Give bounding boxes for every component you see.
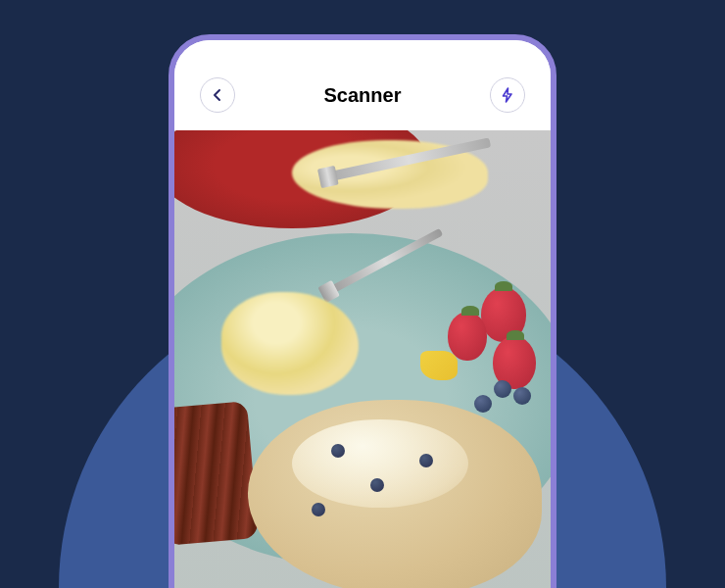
- food-scene: [174, 130, 551, 588]
- lightning-bolt-icon: [500, 87, 515, 103]
- blueberry: [494, 380, 511, 398]
- blueberry: [419, 454, 433, 467]
- blueberry: [331, 444, 345, 458]
- scrambled-eggs: [221, 292, 359, 395]
- strawberry: [448, 312, 487, 361]
- butter: [292, 419, 468, 508]
- phone-screen: Scanner: [174, 40, 551, 588]
- blueberry: [312, 503, 325, 516]
- camera-viewport: Snap or upload a photo to estimate its P…: [174, 130, 551, 588]
- blueberry: [474, 395, 492, 413]
- pineapple: [420, 351, 458, 380]
- phone-mockup: Scanner: [169, 34, 556, 588]
- bacon: [174, 401, 259, 546]
- blueberry: [513, 387, 531, 405]
- app-header: Scanner: [174, 40, 551, 130]
- flash-button[interactable]: [490, 77, 525, 113]
- blueberry: [370, 478, 384, 492]
- page-title: Scanner: [324, 84, 402, 107]
- arrow-left-icon: [210, 87, 225, 103]
- back-button[interactable]: [200, 77, 235, 113]
